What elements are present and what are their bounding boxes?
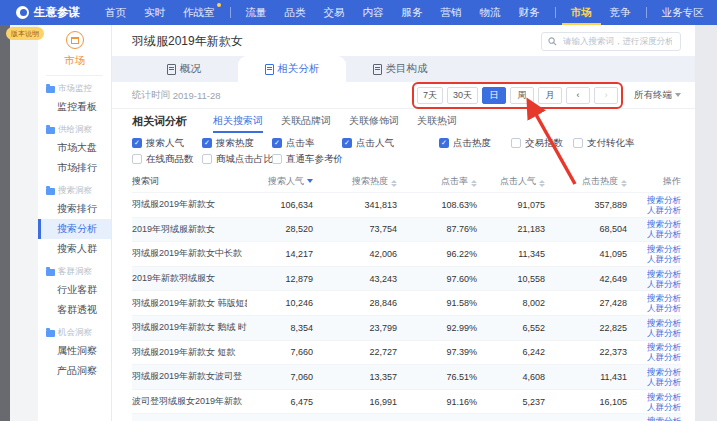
value-cell: 16,105: [545, 397, 627, 407]
checkbox-unchecked-icon[interactable]: [511, 138, 521, 148]
metric-mall-click-share[interactable]: 商城点击占比: [202, 153, 272, 166]
audience-analysis-link[interactable]: 人群分析: [627, 303, 681, 313]
nav-item-traffic[interactable]: 流量: [237, 0, 276, 25]
value-cell: 97.39%: [397, 347, 477, 357]
audience-analysis-link[interactable]: 人群分析: [627, 279, 681, 289]
tab-category-composition[interactable]: 类目构成: [346, 56, 454, 82]
nav-item-market[interactable]: 市场: [562, 0, 601, 25]
column-header-search-popularity[interactable]: 搜索人气: [247, 175, 313, 188]
nav-item-marketing[interactable]: 营销: [432, 0, 471, 25]
table-row: 羽绒服2019年新款女106,634341,813108.63%91,07535…: [132, 192, 681, 217]
checkbox-checked-icon[interactable]: ✓: [132, 138, 142, 148]
search-analysis-link[interactable]: 搜索分析: [627, 416, 681, 421]
metric-search-popularity[interactable]: ✓搜索人气: [132, 137, 202, 150]
search-analysis-link[interactable]: 搜索分析: [627, 219, 681, 229]
value-cell: 11,431: [545, 372, 627, 382]
prev-button[interactable]: ‹: [566, 87, 590, 104]
nav-item-business-zone[interactable]: 业务专区: [653, 0, 713, 25]
metric-express-train-price[interactable]: 直通车参考价: [272, 153, 342, 166]
nav-item-logistics[interactable]: 物流: [471, 0, 510, 25]
period-day[interactable]: 日: [482, 87, 506, 104]
next-button[interactable]: ›: [594, 87, 618, 104]
subtab-related-hot-words[interactable]: 关联热词: [417, 109, 457, 133]
tab-related-analysis[interactable]: 相关分析: [238, 56, 346, 82]
sidebar-item-attribute-insight[interactable]: 属性洞察: [38, 341, 111, 361]
search-analysis-link[interactable]: 搜索分析: [627, 367, 681, 377]
checkbox-checked-icon[interactable]: ✓: [342, 138, 352, 148]
page-title: 羽绒服2019年新款女: [132, 33, 243, 50]
period-30d[interactable]: 30天: [447, 87, 478, 104]
search-analysis-link[interactable]: 搜索分析: [627, 244, 681, 254]
checkbox-unchecked-icon[interactable]: [202, 154, 212, 164]
nav-item-home[interactable]: 首页: [96, 0, 135, 25]
sidebar-item-industry-customer[interactable]: 行业客群: [38, 280, 111, 300]
sidebar-item-search-analysis[interactable]: 搜索分析: [38, 219, 111, 239]
audience-analysis-link[interactable]: 人群分析: [627, 352, 681, 362]
search-analysis-link[interactable]: 搜索分析: [627, 318, 681, 328]
metric-online-products[interactable]: 在线商品数: [132, 153, 202, 166]
search-input[interactable]: [561, 35, 674, 47]
audience-analysis-link[interactable]: 人群分析: [627, 254, 681, 264]
period-month[interactable]: 月: [538, 87, 562, 104]
search-analysis-link[interactable]: 搜索分析: [627, 392, 681, 402]
metric-label: 支付转化率: [587, 137, 635, 150]
metric-click-rate[interactable]: ✓点击率: [272, 137, 342, 150]
subtab-related-search-words[interactable]: 相关搜索词: [213, 109, 263, 133]
metric-click-popularity[interactable]: ✓点击人气: [342, 137, 439, 150]
nav-item-war-room[interactable]: 作战室: [174, 0, 224, 25]
sidebar-item-market-overview[interactable]: 市场大盘: [38, 138, 111, 158]
metric-click-heat[interactable]: ✓点击热度: [439, 137, 511, 150]
actions-cell: 搜索分析人群分析: [627, 367, 681, 387]
nav-item-competition[interactable]: 竞争: [601, 0, 640, 25]
sidebar-item-search-audience[interactable]: 搜索人群: [38, 239, 111, 259]
audience-analysis-link[interactable]: 人群分析: [627, 205, 681, 215]
nav-item-content[interactable]: 内容: [354, 0, 393, 25]
search-analysis-link[interactable]: 搜索分析: [627, 195, 681, 205]
period-7d[interactable]: 7天: [417, 87, 443, 104]
document-icon: [373, 64, 382, 75]
audience-analysis-link[interactable]: 人群分析: [627, 328, 681, 338]
checkbox-unchecked-icon[interactable]: [573, 138, 583, 148]
nav-item-category[interactable]: 品类: [276, 0, 315, 25]
column-header-click-rate[interactable]: 点击率: [397, 175, 477, 188]
column-header-click-heat[interactable]: 点击热度: [545, 175, 627, 188]
checkbox-unchecked-icon[interactable]: [132, 154, 142, 164]
column-header-search-heat[interactable]: 搜索热度: [313, 175, 397, 188]
audience-analysis-link[interactable]: 人群分析: [627, 377, 681, 387]
sidebar-item-customer-perspective[interactable]: 客群透视: [38, 300, 111, 320]
search-analysis-link[interactable]: 搜索分析: [627, 342, 681, 352]
sidebar-item-product-insight[interactable]: 产品洞察: [38, 361, 111, 381]
sidebar-item-market-ranking[interactable]: 市场排行: [38, 158, 111, 178]
nav-item-trade[interactable]: 交易: [315, 0, 354, 25]
column-header-click-popularity[interactable]: 点击人气: [477, 175, 545, 188]
nav-item-finance[interactable]: 财务: [510, 0, 549, 25]
subtab-related-brand-words[interactable]: 关联品牌词: [281, 109, 331, 133]
search-analysis-link[interactable]: 搜索分析: [627, 269, 681, 279]
metric-pay-conversion[interactable]: 支付转化率: [573, 137, 643, 150]
checkbox-checked-icon[interactable]: ✓: [202, 138, 212, 148]
checkbox-checked-icon[interactable]: ✓: [439, 138, 449, 148]
checkbox-unchecked-icon[interactable]: [272, 154, 282, 164]
metric-label: 点击热度: [453, 137, 491, 150]
metric-label: 直通车参考价: [286, 153, 343, 166]
search-box[interactable]: [541, 32, 681, 51]
nav-item-service[interactable]: 服务: [393, 0, 432, 25]
nav-item-realtime[interactable]: 实时: [135, 0, 174, 25]
audience-analysis-link[interactable]: 人群分析: [627, 402, 681, 412]
sidebar-item-search-ranking[interactable]: 搜索排行: [38, 199, 111, 219]
terminal-dropdown[interactable]: 所有终端: [634, 89, 681, 102]
metric-trade-index[interactable]: 交易指数: [511, 137, 573, 150]
tab-overview[interactable]: 概况: [130, 56, 238, 82]
checkbox-checked-icon[interactable]: ✓: [272, 138, 282, 148]
search-analysis-link[interactable]: 搜索分析: [627, 293, 681, 303]
sidebar-group-search-insight: 搜索洞察: [38, 178, 111, 199]
subtab-related-modifier-words[interactable]: 关联修饰词: [349, 109, 399, 133]
version-badge[interactable]: 版本说明: [6, 27, 44, 40]
metric-label: 点击率: [286, 137, 315, 150]
brand[interactable]: 生意参谋: [16, 5, 80, 20]
period-week[interactable]: 周: [510, 87, 534, 104]
actions-cell: 搜索分析人群分析: [627, 219, 681, 239]
sidebar-item-monitor-dashboard[interactable]: 监控看板: [38, 97, 111, 117]
metric-search-heat[interactable]: ✓搜索热度: [202, 137, 272, 150]
audience-analysis-link[interactable]: 人群分析: [627, 229, 681, 239]
